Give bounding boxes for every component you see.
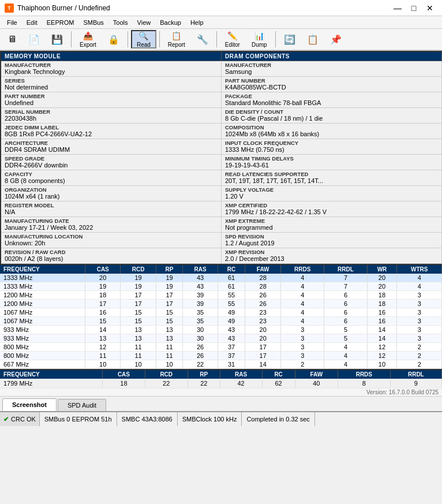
open-button[interactable]: 🖥 xyxy=(2,30,22,48)
tab-screenshot[interactable]: Screenshot xyxy=(2,398,57,411)
pin-button[interactable]: 📌 xyxy=(325,30,347,48)
freq-cell: 43 xyxy=(218,326,245,334)
freq-cell: 2 xyxy=(281,360,324,369)
read-button[interactable]: 🔍 Read xyxy=(131,30,156,48)
freq-cell: 15 xyxy=(156,308,182,317)
dc-partnum-value: K4A8G085WC-BCTD xyxy=(222,84,441,92)
report-button[interactable]: 📋 Report xyxy=(163,30,190,48)
mm-revrawcard-value: 0020h / A2 (8 layers) xyxy=(1,255,221,263)
freq-cell: 4 xyxy=(281,317,324,326)
save-button[interactable]: 💾 xyxy=(46,30,68,48)
freq-cell: 20 xyxy=(245,334,281,343)
freq-col-wr: WR xyxy=(367,265,397,274)
status-bar: ✔ CRC OK SMBus 0 EEPROM 51h SMBC 43A3:80… xyxy=(0,411,442,426)
open-icon: 🖥 xyxy=(8,34,17,44)
mm-series-label: SERIES xyxy=(1,77,221,84)
xmp-table-row: 1799 MHz18222242624089 xyxy=(0,379,442,389)
dc-diedensity-value: 8 Gb C-die (Pascal / 18 nm) / 1 die xyxy=(222,115,441,123)
freq-col-wtrs: WTRS xyxy=(397,265,442,274)
mm-arch-value: DDR4 SDRAM UDIMM xyxy=(1,146,221,154)
freq-cell: 2 xyxy=(397,343,442,352)
editor-icon: ✏️ xyxy=(227,31,237,40)
mm-arch-cell: ARCHITECTURE DDR4 SDRAM UDIMM xyxy=(1,139,222,155)
export-label: Export xyxy=(80,42,96,48)
menu-eeprom[interactable]: EEPROM xyxy=(42,18,79,27)
lock-button[interactable]: 🔒 xyxy=(103,30,125,48)
freq-cell: 39 xyxy=(183,300,218,308)
freq-cell: 4 xyxy=(324,343,367,352)
freq-cell: 37 xyxy=(218,343,245,352)
mm-partnum-cell: PART NUMBER Undefined xyxy=(1,92,222,108)
xmp-col-ras: RAS xyxy=(220,370,262,379)
dc-mintiming-value: 19-19-19-43-61 xyxy=(222,162,441,170)
freq-cell: 37 xyxy=(218,352,245,360)
dc-readlat-cell: READ LATENCIES SUPPORTED 20T, 19T, 18T, … xyxy=(222,170,442,186)
toolbar-sep-3 xyxy=(159,31,160,47)
mm-regmodel-value: N/A xyxy=(1,208,221,216)
minimize-button[interactable]: — xyxy=(390,2,405,14)
dc-package-value: Standard Monolithic 78-ball FBGA xyxy=(222,99,441,107)
dc-xmpextreme-cell: XMP EXTREME Not programmed xyxy=(222,217,442,233)
freq-cell: 26 xyxy=(245,300,281,308)
freq-cell: 14 xyxy=(245,360,281,369)
toolbar-sep-2 xyxy=(128,31,128,47)
status-ok-segment: ✔ CRC OK xyxy=(0,412,40,426)
freq-col-frequency: FREQUENCY xyxy=(0,265,85,274)
dump-button[interactable]: 📊 Dump xyxy=(246,30,272,48)
freq-cell: 1200 MHz xyxy=(0,291,85,300)
memory-module-header: MEMORY MODULE xyxy=(1,52,222,61)
editor-button[interactable]: ✏️ Editor xyxy=(220,30,245,48)
menu-smbus[interactable]: SMBus xyxy=(78,18,108,27)
freq-table-row: 800 MHz12111126371734122 xyxy=(0,343,442,352)
freq-cell: 18 xyxy=(85,291,121,300)
dc-inputclock-value: 1333 MHz (0.750 ns) xyxy=(222,146,441,154)
menu-backup[interactable]: Backup xyxy=(155,18,186,27)
menu-bar: File Edit EEPROM SMBus Tools View Backup… xyxy=(0,16,442,29)
freq-cell: 3 xyxy=(397,291,442,300)
menu-view[interactable]: View xyxy=(133,18,156,27)
menu-edit[interactable]: Edit xyxy=(22,18,42,27)
dc-diedensity-label: DIE DENSITY / COUNT xyxy=(222,108,441,115)
freq-table-row: 1200 MHz18171739552646183 xyxy=(0,291,442,300)
freq-cell: 6 xyxy=(324,317,367,326)
refresh-button[interactable]: 🔄 xyxy=(279,30,301,48)
menu-tools[interactable]: Tools xyxy=(108,18,133,27)
freq-table-row: 933 MHz14131330432035143 xyxy=(0,326,442,334)
xmp-cell: 8 xyxy=(338,379,391,389)
freq-cell: 11 xyxy=(85,352,121,360)
window-title: Thaiphoon Burner / Undefined xyxy=(17,4,390,12)
window-controls: — □ ✕ xyxy=(390,2,437,14)
freq-cell: 19 xyxy=(121,282,156,291)
freq-cell: 10 xyxy=(85,360,121,369)
tool-button[interactable]: 🔧 xyxy=(192,30,213,48)
freq-cell: 11 xyxy=(156,352,182,360)
copy-button[interactable]: 📋 xyxy=(302,30,324,48)
dc-manufacturer-cell: MANUFACTURER Samsung xyxy=(222,61,442,77)
close-button[interactable]: ✕ xyxy=(422,2,437,14)
freq-cell: 3 xyxy=(281,334,324,343)
freq-cell: 20 xyxy=(367,282,397,291)
freq-cell: 20 xyxy=(85,274,121,282)
new-button[interactable]: 📄 xyxy=(23,30,45,48)
mm-speedgrade-value: DDR4-2666V downbin xyxy=(1,162,221,170)
mm-speedgrade-label: SPEED GRADE xyxy=(1,155,221,162)
export-button[interactable]: 📤 Export xyxy=(74,30,102,48)
freq-cell: 28 xyxy=(245,282,281,291)
mm-partnum-value: Undefined xyxy=(1,99,221,107)
tab-spd-audit[interactable]: SPD Audit xyxy=(58,399,106,411)
freq-cell: 17 xyxy=(121,291,156,300)
freq-cell: 19 xyxy=(85,282,121,291)
mm-manufacturer-value: Kingbank Technology xyxy=(1,68,221,76)
freq-col-ras: RAS xyxy=(183,265,218,274)
dc-xmprev-cell: XMP REVISION 2.0 / December 2013 xyxy=(222,248,442,264)
freq-cell: 61 xyxy=(218,282,245,291)
main-content[interactable]: MEMORY MODULE DRAM COMPONENTS MANUFACTUR… xyxy=(0,51,442,396)
menu-help[interactable]: Help xyxy=(186,18,208,27)
copy-icon: 📋 xyxy=(307,34,319,45)
mm-arch-label: ARCHITECTURE xyxy=(1,139,221,146)
freq-table-row: 1333 MHz20191943612847204 xyxy=(0,274,442,282)
maximize-button[interactable]: □ xyxy=(406,2,421,14)
freq-col-rrdl: RRDL xyxy=(324,265,367,274)
dc-xmpextreme-value: Not programmed xyxy=(222,224,441,232)
menu-file[interactable]: File xyxy=(2,18,22,27)
